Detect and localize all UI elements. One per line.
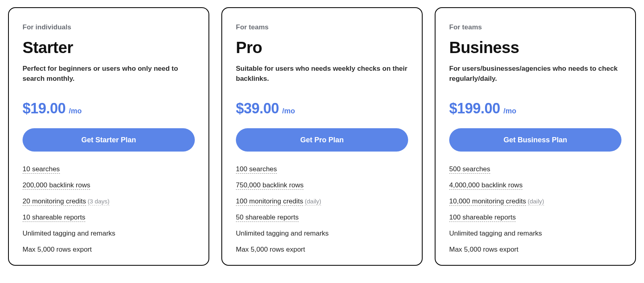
feature-hint: (daily) [528, 198, 544, 205]
feature-item: 10 shareable reports [23, 213, 195, 221]
pricing-plans: For individuals Starter Perfect for begi… [8, 7, 636, 266]
feature-text: 10 searches [23, 165, 60, 174]
plan-audience: For teams [236, 23, 408, 31]
plan-audience: For individuals [23, 23, 195, 31]
get-pro-plan-button[interactable]: Get Pro Plan [236, 128, 408, 152]
plan-description: Perfect for beginners or users who only … [23, 64, 195, 92]
feature-text: Unlimited tagging and remarks [236, 230, 329, 237]
feature-text: 10,000 monitoring credits [449, 197, 526, 206]
plan-price-row: $39.00 /mo [236, 100, 408, 117]
feature-item: 200,000 backlink rows [23, 181, 195, 189]
plan-name: Starter [23, 39, 195, 57]
feature-hint: (daily) [305, 198, 321, 205]
plan-price-row: $199.00 /mo [449, 100, 621, 117]
plan-price: $199.00 [449, 100, 500, 117]
plan-name: Business [449, 39, 621, 57]
feature-item: 100 searches [236, 165, 408, 173]
feature-item: Max 5,000 rows export [23, 246, 195, 254]
plan-description: For users/businesses/agencies who needs … [449, 64, 621, 92]
feature-text: Max 5,000 rows export [23, 246, 92, 253]
feature-item: 4,000,000 backlink rows [449, 181, 621, 189]
feature-item: Unlimited tagging and remarks [23, 230, 195, 238]
plan-card-pro: For teams Pro Suitable for users who nee… [221, 7, 423, 266]
feature-item: 750,000 backlink rows [236, 181, 408, 189]
plan-features: 10 searches 200,000 backlink rows 20 mon… [23, 165, 195, 254]
feature-text: 4,000,000 backlink rows [449, 181, 522, 190]
feature-item: 10 searches [23, 165, 195, 173]
feature-item: Unlimited tagging and remarks [449, 230, 621, 238]
plan-audience: For teams [449, 23, 621, 31]
plan-price-row: $19.00 /mo [23, 100, 195, 117]
feature-text: 50 shareable reports [236, 213, 299, 222]
feature-text: Max 5,000 rows export [449, 246, 518, 253]
feature-hint: (3 days) [88, 198, 109, 205]
feature-item: 100 shareable reports [449, 213, 621, 221]
feature-text: 500 searches [449, 165, 490, 174]
feature-item: 100 monitoring credits(daily) [236, 197, 408, 205]
plan-price: $39.00 [236, 100, 279, 117]
plan-price: $19.00 [23, 100, 66, 117]
plan-description: Suitable for users who needs weekly chec… [236, 64, 408, 92]
plan-card-starter: For individuals Starter Perfect for begi… [8, 7, 209, 266]
feature-text: Unlimited tagging and remarks [23, 230, 116, 237]
feature-item: 50 shareable reports [236, 213, 408, 221]
plan-period: /mo [504, 107, 516, 115]
feature-text: 100 shareable reports [449, 213, 516, 222]
feature-text: 200,000 backlink rows [23, 181, 90, 190]
feature-text: 10 shareable reports [23, 213, 85, 222]
feature-item: Unlimited tagging and remarks [236, 230, 408, 238]
feature-item: Max 5,000 rows export [236, 246, 408, 254]
plan-period: /mo [282, 107, 295, 115]
feature-text: Unlimited tagging and remarks [449, 230, 542, 237]
feature-item: 20 monitoring credits(3 days) [23, 197, 195, 205]
feature-item: Max 5,000 rows export [449, 246, 621, 254]
feature-text: 20 monitoring credits [23, 197, 86, 206]
feature-item: 500 searches [449, 165, 621, 173]
plan-features: 100 searches 750,000 backlink rows 100 m… [236, 165, 408, 254]
feature-text: 750,000 backlink rows [236, 181, 303, 190]
feature-item: 10,000 monitoring credits(daily) [449, 197, 621, 205]
feature-text: Max 5,000 rows export [236, 246, 305, 253]
feature-text: 100 searches [236, 165, 277, 174]
plan-period: /mo [69, 107, 82, 115]
get-starter-plan-button[interactable]: Get Starter Plan [23, 128, 195, 152]
plan-features: 500 searches 4,000,000 backlink rows 10,… [449, 165, 621, 254]
plan-name: Pro [236, 39, 408, 57]
plan-card-business: For teams Business For users/businesses/… [435, 7, 636, 266]
feature-text: 100 monitoring credits [236, 197, 303, 206]
get-business-plan-button[interactable]: Get Business Plan [449, 128, 621, 152]
